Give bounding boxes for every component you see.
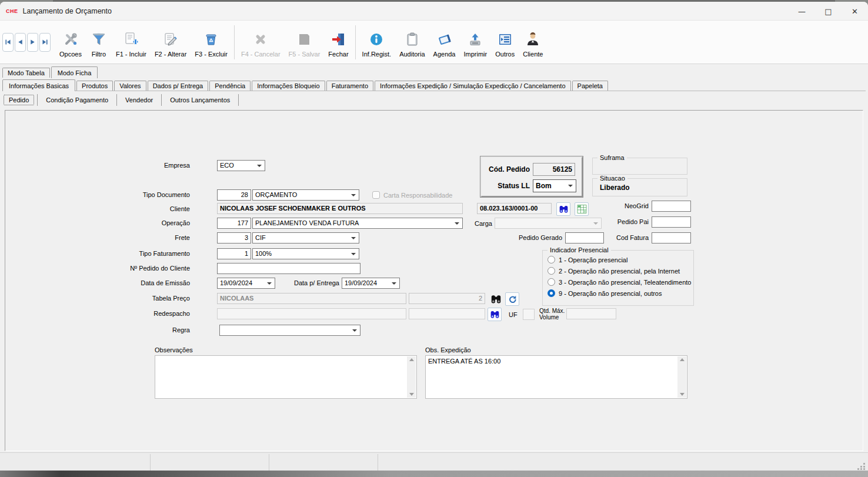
cod-pedido-value: 56125 xyxy=(533,163,575,176)
cliente-search-button[interactable] xyxy=(556,202,570,216)
carta-responsabilidade-checkbox[interactable] xyxy=(372,191,380,199)
cliente-button[interactable]: Cliente xyxy=(519,25,547,59)
tipo-documento-combo[interactable]: ORÇAMENTO xyxy=(252,189,359,201)
inf-regist-button[interactable]: Inf.Regist. xyxy=(358,25,396,59)
regra-label: Regra xyxy=(125,326,190,334)
radio-option-9[interactable]: 9 - Operação não presencial, outros xyxy=(547,289,662,297)
app-logo-icon: CHE xyxy=(6,8,18,14)
tab-modo-tabela[interactable]: Modo Tabela xyxy=(2,68,50,78)
tab-modo-ficha[interactable]: Modo Ficha xyxy=(51,66,98,78)
status-ll-combo[interactable]: Bom xyxy=(533,179,576,192)
operacao-combo[interactable]: PLANEJAMENTO VENDA FUTURA xyxy=(252,218,463,229)
radio-option-1[interactable]: 1 - Operação presencial xyxy=(547,256,627,263)
maximize-button[interactable]: □ xyxy=(815,2,842,21)
scroll-up-icon[interactable] xyxy=(680,358,685,361)
tab-informacoes-expedicao[interactable]: Informações Expedição / Simulação Expedi… xyxy=(375,81,571,91)
tab-papeleta[interactable]: Papeleta xyxy=(572,81,608,91)
f3-excluir-button[interactable]: F3 - Excluir xyxy=(191,25,232,59)
tab-pedido[interactable]: Pedido xyxy=(4,95,34,105)
regra-combo[interactable] xyxy=(219,325,360,336)
pedido-pai-input[interactable] xyxy=(652,216,691,228)
redespacho-field xyxy=(217,308,406,319)
obs-expedicao-textarea[interactable]: ENTREGA ATÉ AS 16:00 xyxy=(425,355,687,399)
qtd-max-volume-field xyxy=(566,308,616,319)
f4-cancelar-label: F4 - Cancelar xyxy=(241,51,281,58)
tab-outros-lancamentos[interactable]: Outros Lançamentos xyxy=(165,95,235,105)
f5-salvar-button[interactable]: F5 - Salvar xyxy=(285,25,325,59)
tabela-preco-refresh-button[interactable] xyxy=(505,292,519,306)
tab-pendencia[interactable]: Pendência xyxy=(209,81,251,91)
frete-code-input[interactable]: 3 xyxy=(217,232,251,243)
nav-prev-button[interactable] xyxy=(15,33,26,52)
data-emissao-combo[interactable]: 19/09/2024 xyxy=(217,278,275,289)
pedido-gerado-input[interactable] xyxy=(565,232,604,243)
fechar-button[interactable]: Fechar xyxy=(324,25,352,59)
chevron-down-icon xyxy=(351,253,356,255)
document-edit-icon xyxy=(163,32,178,49)
chevron-down-icon xyxy=(593,222,598,225)
f2-alterar-label: F2 - Alterar xyxy=(155,51,186,58)
operacao-code-input[interactable]: 177 xyxy=(217,218,251,229)
trash-icon xyxy=(203,32,219,49)
f1-incluir-button[interactable]: F1 - Incluir xyxy=(112,25,151,59)
tipo-faturamento-code-input[interactable]: 1 xyxy=(217,248,251,259)
cliente-table-button[interactable] xyxy=(575,202,589,216)
num-pedido-cliente-input[interactable] xyxy=(217,263,360,274)
neogrid-input[interactable] xyxy=(652,201,691,212)
filter-icon xyxy=(91,32,106,49)
tab-dados-entrega[interactable]: Dados p/ Entrega xyxy=(148,81,209,91)
suframa-groupbox: Suframa xyxy=(592,158,687,175)
imprimir-label: Imprimir xyxy=(464,51,488,58)
tab-valores[interactable]: Valores xyxy=(114,81,146,91)
tabela-preco-code-field: 2 xyxy=(409,293,485,304)
scrollbar[interactable] xyxy=(677,356,686,398)
resize-grip-icon[interactable] xyxy=(857,462,866,470)
radio-icon xyxy=(547,289,555,297)
tab-informacoes-basicas[interactable]: Informações Basicas xyxy=(2,79,75,91)
tipo-documento-code-input[interactable]: 28 xyxy=(217,189,251,201)
auditoria-button[interactable]: Auditoria xyxy=(395,25,429,59)
outros-button[interactable]: Outros xyxy=(491,25,519,59)
radio-option-3[interactable]: 3 - Operação não presencial, Teleatendim… xyxy=(547,278,691,286)
cod-fatura-input[interactable] xyxy=(652,232,691,243)
minimize-button[interactable]: — xyxy=(789,2,815,21)
record-navigator xyxy=(2,33,51,52)
tabela-preco-field: NICOLAAS xyxy=(217,293,406,304)
tab-faturamento[interactable]: Faturamento xyxy=(326,81,373,91)
imprimir-button[interactable]: Imprimir xyxy=(460,25,492,59)
tabela-preco-label: Tabela Preço xyxy=(125,295,190,302)
tab-informacoes-bloqueio[interactable]: Informações Bloqueio xyxy=(252,81,325,91)
filtro-label: Filtro xyxy=(92,51,106,58)
agenda-button[interactable]: Agenda xyxy=(429,25,460,59)
radio-icon xyxy=(547,256,555,263)
filtro-button[interactable]: Filtro xyxy=(86,25,112,59)
exit-door-icon xyxy=(330,32,346,49)
sub-tabs: Pedido Condição Pagamento Vendedor Outro… xyxy=(4,94,242,106)
frete-combo[interactable]: CIF xyxy=(252,232,359,243)
tab-produtos[interactable]: Produtos xyxy=(76,81,113,91)
scroll-down-icon[interactable] xyxy=(409,393,414,396)
f5-salvar-label: F5 - Salvar xyxy=(289,51,321,58)
data-entrega-combo[interactable]: 19/09/2024 xyxy=(342,278,400,289)
tab-condicao-pagamento[interactable]: Condição Pagamento xyxy=(41,95,113,105)
scroll-up-icon[interactable] xyxy=(409,358,414,361)
tab-vendedor[interactable]: Vendedor xyxy=(120,95,158,105)
section-tabs: Informações Basicas Produtos Valores Dad… xyxy=(2,79,866,91)
radio-option-2[interactable]: 2 - Operação não presencial, pela Intern… xyxy=(547,267,680,275)
scrollbar[interactable] xyxy=(407,356,416,398)
nav-last-button[interactable] xyxy=(39,33,51,52)
observacoes-label: Observações xyxy=(155,346,225,354)
carga-combo[interactable] xyxy=(495,218,602,229)
nav-next-button[interactable] xyxy=(27,33,38,52)
opcoes-button[interactable]: Opcoes xyxy=(55,25,86,59)
observacoes-textarea[interactable] xyxy=(155,355,417,399)
close-button[interactable]: ✕ xyxy=(842,2,868,21)
scroll-down-icon[interactable] xyxy=(680,393,685,396)
empresa-combo[interactable]: ECO xyxy=(217,160,265,171)
nav-first-button[interactable] xyxy=(2,33,14,52)
redespacho-search-button[interactable] xyxy=(488,308,502,321)
f4-cancelar-button[interactable]: F4 - Cancelar xyxy=(237,25,285,59)
tipo-faturamento-combo[interactable]: 100% xyxy=(252,248,359,259)
tabela-preco-search-icon[interactable] xyxy=(489,293,503,305)
f2-alterar-button[interactable]: F2 - Alterar xyxy=(151,25,191,59)
